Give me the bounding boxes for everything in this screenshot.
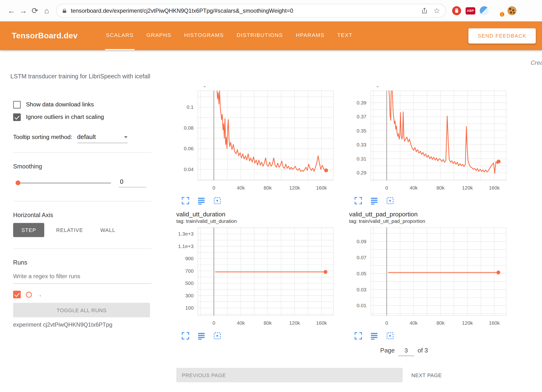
svg-text:0: 0	[385, 320, 388, 326]
cookie-icon[interactable]	[507, 6, 517, 15]
home-icon[interactable]: ⌂	[41, 6, 52, 15]
run-checkbox[interactable]	[13, 291, 21, 298]
svg-text:80k: 80k	[436, 320, 444, 326]
tab-graphs[interactable]: GRAPHS	[146, 21, 172, 50]
svg-text:0: 0	[213, 185, 215, 190]
chart-runs-icon[interactable]	[197, 331, 206, 340]
scalar-line-chart[interactable]: 0.040.060.080.1040k80k120k160k	[173, 91, 336, 194]
profile-avatar[interactable]: 1	[493, 6, 503, 16]
settings-sidebar: Show data download links Ignore outliers…	[0, 86, 166, 392]
run-row[interactable]: .	[13, 291, 151, 298]
fit-domain-icon[interactable]	[213, 331, 222, 340]
show-download-links-option[interactable]: Show data download links	[13, 101, 151, 109]
smoothing-slider[interactable]	[13, 180, 111, 186]
svg-text:0.1: 0.1	[187, 104, 194, 110]
pagination: Page of 3	[380, 347, 542, 356]
lock-icon	[62, 8, 67, 13]
chart-toolbar	[354, 196, 509, 205]
axis-wall-button[interactable]: WALL	[95, 223, 121, 237]
tab-hparams[interactable]: HPARAMS	[295, 21, 325, 50]
tooltip-sorting-row: Tooltip sorting method: default	[13, 133, 151, 143]
forward-icon[interactable]: →	[17, 6, 29, 15]
expand-chart-icon[interactable]	[354, 196, 363, 205]
axis-step-button[interactable]: STEP	[13, 223, 44, 237]
scalar-line-chart[interactable]: 0.010.030.050.070.09040k80k120k160k	[346, 227, 509, 329]
svg-text:0.04: 0.04	[184, 167, 194, 172]
svg-text:80k: 80k	[264, 320, 272, 326]
dropdown-value: default	[77, 133, 96, 141]
tab-distributions[interactable]: DISTRIBUTIONS	[236, 21, 284, 50]
fit-domain-icon[interactable]	[386, 331, 394, 340]
svg-text:160k: 160k	[316, 185, 327, 190]
tab-scalars[interactable]: SCALARS	[105, 21, 134, 50]
send-feedback-button[interactable]: SEND FEEDBACK	[468, 28, 536, 43]
slider-thumb[interactable]	[16, 180, 20, 185]
extension-icon[interactable]	[480, 6, 489, 15]
chart-toolbar	[354, 331, 509, 340]
svg-text:0.29: 0.29	[357, 170, 366, 175]
avatar-badge: 1	[500, 12, 505, 17]
smoothing-value-field[interactable]: 0	[119, 178, 146, 187]
charts-row-top: tag: train/… 0.040.060.080.1040k80k120k1…	[173, 86, 542, 205]
svg-text:160k: 160k	[489, 320, 500, 326]
chart-runs-icon[interactable]	[197, 196, 206, 205]
expand-chart-icon[interactable]	[354, 331, 363, 340]
runs-filter-input[interactable]	[13, 271, 151, 284]
svg-text:900: 900	[185, 256, 194, 261]
divider	[13, 201, 151, 202]
scalar-line-chart[interactable]: 1003005007009001.1e+31.3e+3040k80k120k16…	[173, 227, 336, 329]
checkbox-label: Show data download links	[26, 101, 94, 108]
address-bar[interactable]: tensorboard.dev/experiment/cj2vtPiwQHKN9…	[56, 4, 446, 18]
expand-chart-icon[interactable]	[181, 331, 190, 340]
svg-text:120k: 120k	[289, 185, 300, 190]
ignore-outliers-option[interactable]: Ignore outliers in chart scaling	[13, 113, 151, 121]
url-text[interactable]: tensorboard.dev/experiment/cj2vtPiwQHKN9…	[71, 7, 417, 14]
axis-relative-button[interactable]: RELATIVE	[51, 223, 88, 237]
fit-domain-icon[interactable]	[386, 196, 394, 205]
tooltip-sorting-dropdown[interactable]: default	[77, 133, 128, 143]
extension-adblock-icon[interactable]	[452, 6, 461, 15]
chart-tag: tag: train/valid_utt_pad_proportion	[346, 219, 509, 225]
app-header: TensorBoard.dev SCALARS GRAPHS HISTOGRAM…	[0, 21, 542, 50]
chevron-down-icon	[124, 136, 127, 138]
checkbox[interactable]	[13, 101, 21, 109]
experiment-header: Crea LSTM transducer training for LibriS…	[0, 50, 542, 86]
scalar-chart-card: tag: train/… 0.290.310.330.350.370.39040…	[346, 86, 509, 205]
chart-toolbar	[181, 196, 336, 205]
bookmark-star-icon[interactable]: ☆	[433, 6, 440, 15]
fit-domain-icon[interactable]	[213, 196, 222, 205]
toggle-all-runs-button[interactable]: TOGGLE ALL RUNS	[13, 303, 150, 317]
expand-chart-icon[interactable]	[181, 196, 190, 205]
experiment-id-label: experiment cj2vtPiwQHKN9Q1tx6PTpg	[13, 322, 151, 328]
chart-runs-icon[interactable]	[370, 196, 379, 205]
svg-text:160k: 160k	[489, 185, 500, 190]
svg-text:80k: 80k	[264, 185, 272, 190]
charts-panel: tag: train/… 0.040.060.080.1040k80k120k1…	[166, 86, 542, 392]
svg-text:0.39: 0.39	[357, 100, 366, 105]
previous-page-button[interactable]: PREVIOUS PAGE	[176, 368, 403, 382]
scalar-line-chart[interactable]: 0.290.310.330.350.370.39040k80k120k160k	[346, 91, 509, 194]
smoothing-label: Smoothing	[13, 163, 151, 170]
browser-toolbar: ← → ⟳ ⌂ tensorboard.dev/experiment/cj2vt…	[0, 0, 542, 21]
refresh-icon[interactable]: ⟳	[29, 6, 41, 15]
svg-text:1.3e+3: 1.3e+3	[178, 231, 194, 236]
share-icon[interactable]	[421, 7, 428, 14]
chart-runs-icon[interactable]	[370, 331, 379, 340]
run-name: .	[39, 291, 41, 298]
svg-text:0.05: 0.05	[357, 271, 366, 276]
page-number-input[interactable]	[398, 347, 414, 356]
next-page-button[interactable]: NEXT PAGE	[411, 372, 442, 378]
extension-abp-icon[interactable]: ABP	[466, 7, 475, 14]
svg-text:40k: 40k	[409, 185, 418, 190]
scalar-chart-card: valid_utt_pad_proportion tag: train/vali…	[346, 211, 509, 340]
tab-histograms[interactable]: HISTOGRAMS	[183, 21, 225, 50]
svg-text:0: 0	[385, 185, 388, 190]
scalar-chart-card: valid_utt_duration tag: train/valid_utt_…	[173, 211, 336, 340]
svg-text:100: 100	[185, 305, 194, 311]
tab-text[interactable]: TEXT	[337, 21, 353, 50]
svg-text:1.1e+3: 1.1e+3	[178, 243, 194, 249]
slider-track[interactable]	[18, 183, 111, 184]
svg-text:0.08: 0.08	[184, 125, 194, 131]
checkbox[interactable]	[13, 113, 21, 121]
back-icon[interactable]: ←	[6, 6, 17, 15]
